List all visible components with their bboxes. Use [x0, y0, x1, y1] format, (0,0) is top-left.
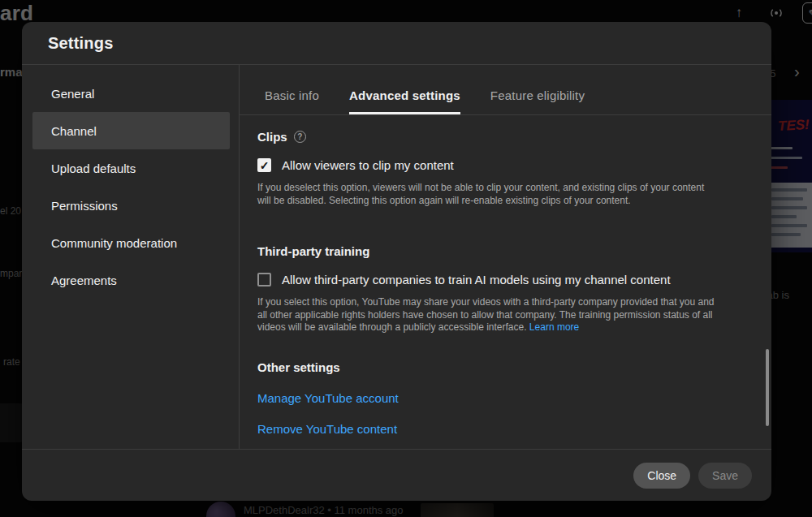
channel-tabs: Basic info Advanced settings Feature eli…	[240, 65, 771, 115]
third-party-checkbox[interactable]	[257, 273, 271, 287]
dialog-footer: Close Save	[22, 449, 771, 501]
close-button[interactable]: Close	[633, 463, 690, 489]
settings-dialog: Settings General Channel Upload defaults…	[22, 22, 771, 501]
help-icon[interactable]: ?	[294, 131, 306, 143]
settings-sidebar: General Channel Upload defaults Permissi…	[22, 65, 240, 449]
third-party-description: If you select this option, YouTube may s…	[257, 296, 717, 334]
check-icon: ✓	[260, 160, 270, 171]
sidebar-item-agreements[interactable]: Agreements	[32, 261, 230, 299]
dialog-title: Settings	[48, 34, 114, 53]
manage-youtube-account-link[interactable]: Manage YouTube account	[257, 391, 754, 405]
third-party-section-heading: Third-party training	[257, 244, 754, 258]
sidebar-item-permissions[interactable]: Permissions	[32, 187, 230, 224]
sidebar-item-label: Channel	[51, 124, 97, 138]
advanced-settings-panel: Clips ? ✓ Allow viewers to clip my conte…	[240, 115, 771, 449]
sidebar-item-community-moderation[interactable]: Community moderation	[32, 224, 230, 261]
third-party-checkbox-row[interactable]: Allow third-party companies to train AI …	[257, 273, 754, 287]
save-button[interactable]: Save	[698, 463, 752, 489]
tab-feature-eligibility[interactable]: Feature eligibility	[490, 76, 585, 114]
other-settings-heading: Other settings	[257, 360, 754, 374]
tab-basic-info[interactable]: Basic info	[265, 76, 319, 114]
sidebar-item-upload-defaults[interactable]: Upload defaults	[32, 149, 230, 187]
sidebar-item-label: Permissions	[51, 199, 118, 213]
third-party-description-text: If you select this option, YouTube may s…	[257, 296, 715, 333]
third-party-heading-label: Third-party training	[257, 244, 369, 258]
clips-checkbox-row[interactable]: ✓ Allow viewers to clip my content	[257, 158, 754, 172]
learn-more-link[interactable]: Learn more	[529, 321, 579, 333]
third-party-checkbox-label: Allow third-party companies to train AI …	[282, 273, 671, 287]
sidebar-item-label: Agreements	[51, 274, 117, 287]
clips-section-heading: Clips ?	[257, 130, 754, 144]
tab-advanced-settings[interactable]: Advanced settings	[349, 76, 460, 114]
settings-content: Basic info Advanced settings Feature eli…	[240, 65, 771, 449]
clips-heading-label: Clips	[257, 130, 287, 144]
sidebar-item-general[interactable]: General	[32, 75, 230, 112]
other-settings-heading-label: Other settings	[257, 360, 340, 374]
scrollbar-thumb[interactable]	[766, 349, 769, 426]
sidebar-item-label: Upload defaults	[51, 162, 136, 175]
clips-checkbox[interactable]: ✓	[257, 158, 271, 172]
remove-youtube-content-link[interactable]: Remove YouTube content	[257, 422, 754, 436]
clips-description: If you deselect this option, viewers wil…	[257, 182, 720, 207]
sidebar-item-label: Community moderation	[51, 236, 177, 250]
dialog-header: Settings	[22, 22, 771, 65]
clips-checkbox-label: Allow viewers to clip my content	[282, 158, 454, 172]
sidebar-item-label: General	[51, 87, 94, 101]
sidebar-item-channel[interactable]: Channel	[32, 112, 230, 149]
screen: ard ↑ ✎ / 5 › rma el 20 mpar rate Tab is…	[0, 0, 812, 517]
